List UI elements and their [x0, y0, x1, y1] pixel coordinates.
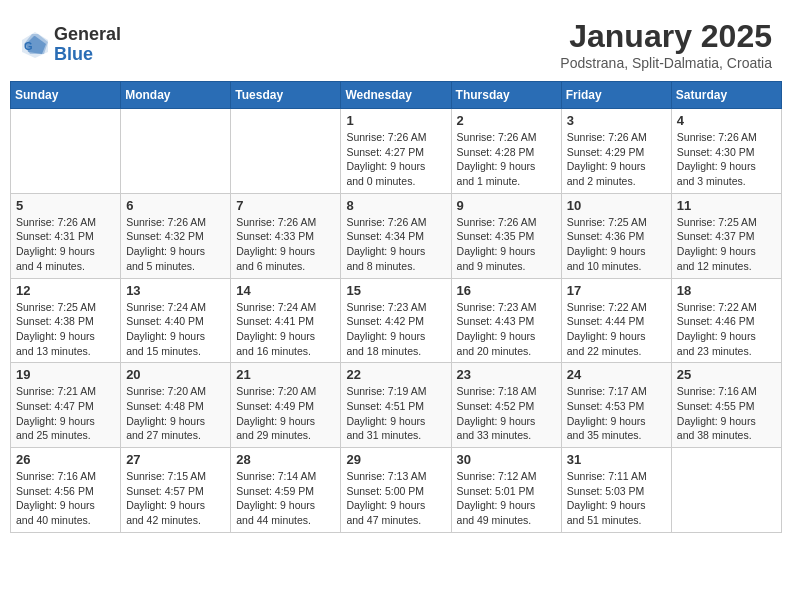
day-number: 11	[677, 198, 776, 213]
cell-daylight-text: Sunrise: 7:16 AMSunset: 4:56 PMDaylight:…	[16, 469, 115, 528]
col-saturday: Saturday	[671, 82, 781, 109]
cell-0-5: 3Sunrise: 7:26 AMSunset: 4:29 PMDaylight…	[561, 109, 671, 194]
cell-1-4: 9Sunrise: 7:26 AMSunset: 4:35 PMDaylight…	[451, 193, 561, 278]
cell-content-2-6: 18Sunrise: 7:22 AMSunset: 4:46 PMDayligh…	[677, 283, 776, 359]
cell-content-3-2: 21Sunrise: 7:20 AMSunset: 4:49 PMDayligh…	[236, 367, 335, 443]
cell-daylight-text: Sunrise: 7:22 AMSunset: 4:46 PMDaylight:…	[677, 300, 776, 359]
cell-4-1: 27Sunrise: 7:15 AMSunset: 4:57 PMDayligh…	[121, 448, 231, 533]
cell-content-0-3: 1Sunrise: 7:26 AMSunset: 4:27 PMDaylight…	[346, 113, 445, 189]
col-tuesday: Tuesday	[231, 82, 341, 109]
cell-content-3-4: 23Sunrise: 7:18 AMSunset: 4:52 PMDayligh…	[457, 367, 556, 443]
cell-0-1	[121, 109, 231, 194]
cell-daylight-text: Sunrise: 7:13 AMSunset: 5:00 PMDaylight:…	[346, 469, 445, 528]
cell-content-1-4: 9Sunrise: 7:26 AMSunset: 4:35 PMDaylight…	[457, 198, 556, 274]
cell-1-5: 10Sunrise: 7:25 AMSunset: 4:36 PMDayligh…	[561, 193, 671, 278]
cell-0-4: 2Sunrise: 7:26 AMSunset: 4:28 PMDaylight…	[451, 109, 561, 194]
cell-daylight-text: Sunrise: 7:24 AMSunset: 4:40 PMDaylight:…	[126, 300, 225, 359]
day-number: 16	[457, 283, 556, 298]
cell-2-6: 18Sunrise: 7:22 AMSunset: 4:46 PMDayligh…	[671, 278, 781, 363]
day-number: 6	[126, 198, 225, 213]
day-number: 10	[567, 198, 666, 213]
cell-content-3-3: 22Sunrise: 7:19 AMSunset: 4:51 PMDayligh…	[346, 367, 445, 443]
cell-daylight-text: Sunrise: 7:26 AMSunset: 4:35 PMDaylight:…	[457, 215, 556, 274]
logo-general: General	[54, 25, 121, 45]
cell-content-4-6	[677, 452, 776, 522]
cell-daylight-text: Sunrise: 7:26 AMSunset: 4:33 PMDaylight:…	[236, 215, 335, 274]
cell-4-4: 30Sunrise: 7:12 AMSunset: 5:01 PMDayligh…	[451, 448, 561, 533]
day-number: 18	[677, 283, 776, 298]
week-row-1: 5Sunrise: 7:26 AMSunset: 4:31 PMDaylight…	[11, 193, 782, 278]
cell-1-0: 5Sunrise: 7:26 AMSunset: 4:31 PMDaylight…	[11, 193, 121, 278]
day-number: 25	[677, 367, 776, 382]
cell-content-0-0	[16, 113, 115, 183]
cell-content-4-3: 29Sunrise: 7:13 AMSunset: 5:00 PMDayligh…	[346, 452, 445, 528]
col-monday: Monday	[121, 82, 231, 109]
cell-4-3: 29Sunrise: 7:13 AMSunset: 5:00 PMDayligh…	[341, 448, 451, 533]
week-row-4: 26Sunrise: 7:16 AMSunset: 4:56 PMDayligh…	[11, 448, 782, 533]
day-number: 21	[236, 367, 335, 382]
day-number: 19	[16, 367, 115, 382]
cell-daylight-text: Sunrise: 7:17 AMSunset: 4:53 PMDaylight:…	[567, 384, 666, 443]
cell-3-0: 19Sunrise: 7:21 AMSunset: 4:47 PMDayligh…	[11, 363, 121, 448]
cell-1-3: 8Sunrise: 7:26 AMSunset: 4:34 PMDaylight…	[341, 193, 451, 278]
calendar-header: Sunday Monday Tuesday Wednesday Thursday…	[11, 82, 782, 109]
logo-blue-text: Blue	[54, 45, 121, 65]
day-number: 3	[567, 113, 666, 128]
day-number: 29	[346, 452, 445, 467]
cell-3-3: 22Sunrise: 7:19 AMSunset: 4:51 PMDayligh…	[341, 363, 451, 448]
day-number: 20	[126, 367, 225, 382]
cell-2-1: 13Sunrise: 7:24 AMSunset: 4:40 PMDayligh…	[121, 278, 231, 363]
cell-daylight-text: Sunrise: 7:22 AMSunset: 4:44 PMDaylight:…	[567, 300, 666, 359]
cell-daylight-text: Sunrise: 7:16 AMSunset: 4:55 PMDaylight:…	[677, 384, 776, 443]
cell-content-2-4: 16Sunrise: 7:23 AMSunset: 4:43 PMDayligh…	[457, 283, 556, 359]
day-number: 26	[16, 452, 115, 467]
day-number: 17	[567, 283, 666, 298]
cell-content-2-1: 13Sunrise: 7:24 AMSunset: 4:40 PMDayligh…	[126, 283, 225, 359]
svg-text:G: G	[24, 40, 33, 52]
cell-daylight-text: Sunrise: 7:20 AMSunset: 4:48 PMDaylight:…	[126, 384, 225, 443]
day-number: 30	[457, 452, 556, 467]
day-number: 8	[346, 198, 445, 213]
cell-content-1-0: 5Sunrise: 7:26 AMSunset: 4:31 PMDaylight…	[16, 198, 115, 274]
cell-content-1-6: 11Sunrise: 7:25 AMSunset: 4:37 PMDayligh…	[677, 198, 776, 274]
cell-4-5: 31Sunrise: 7:11 AMSunset: 5:03 PMDayligh…	[561, 448, 671, 533]
logo-text: General Blue	[54, 25, 121, 65]
cell-daylight-text: Sunrise: 7:14 AMSunset: 4:59 PMDaylight:…	[236, 469, 335, 528]
cell-3-2: 21Sunrise: 7:20 AMSunset: 4:49 PMDayligh…	[231, 363, 341, 448]
cell-1-1: 6Sunrise: 7:26 AMSunset: 4:32 PMDaylight…	[121, 193, 231, 278]
title-block: January 2025 Podstrana, Split-Dalmatia, …	[560, 18, 772, 71]
cell-content-3-6: 25Sunrise: 7:16 AMSunset: 4:55 PMDayligh…	[677, 367, 776, 443]
day-number: 9	[457, 198, 556, 213]
cell-1-2: 7Sunrise: 7:26 AMSunset: 4:33 PMDaylight…	[231, 193, 341, 278]
cell-daylight-text: Sunrise: 7:26 AMSunset: 4:30 PMDaylight:…	[677, 130, 776, 189]
day-number: 5	[16, 198, 115, 213]
header-row: Sunday Monday Tuesday Wednesday Thursday…	[11, 82, 782, 109]
cell-content-4-2: 28Sunrise: 7:14 AMSunset: 4:59 PMDayligh…	[236, 452, 335, 528]
day-number: 13	[126, 283, 225, 298]
col-sunday: Sunday	[11, 82, 121, 109]
week-row-3: 19Sunrise: 7:21 AMSunset: 4:47 PMDayligh…	[11, 363, 782, 448]
logo-icon: G	[20, 30, 50, 60]
day-number: 4	[677, 113, 776, 128]
week-row-2: 12Sunrise: 7:25 AMSunset: 4:38 PMDayligh…	[11, 278, 782, 363]
cell-content-3-5: 24Sunrise: 7:17 AMSunset: 4:53 PMDayligh…	[567, 367, 666, 443]
cell-content-0-5: 3Sunrise: 7:26 AMSunset: 4:29 PMDaylight…	[567, 113, 666, 189]
cell-daylight-text: Sunrise: 7:26 AMSunset: 4:32 PMDaylight:…	[126, 215, 225, 274]
day-number: 12	[16, 283, 115, 298]
cell-content-3-1: 20Sunrise: 7:20 AMSunset: 4:48 PMDayligh…	[126, 367, 225, 443]
cell-content-4-1: 27Sunrise: 7:15 AMSunset: 4:57 PMDayligh…	[126, 452, 225, 528]
cell-3-5: 24Sunrise: 7:17 AMSunset: 4:53 PMDayligh…	[561, 363, 671, 448]
cell-0-2	[231, 109, 341, 194]
day-number: 27	[126, 452, 225, 467]
day-number: 15	[346, 283, 445, 298]
cell-2-2: 14Sunrise: 7:24 AMSunset: 4:41 PMDayligh…	[231, 278, 341, 363]
cell-3-4: 23Sunrise: 7:18 AMSunset: 4:52 PMDayligh…	[451, 363, 561, 448]
week-row-0: 1Sunrise: 7:26 AMSunset: 4:27 PMDaylight…	[11, 109, 782, 194]
day-number: 28	[236, 452, 335, 467]
col-friday: Friday	[561, 82, 671, 109]
cell-daylight-text: Sunrise: 7:26 AMSunset: 4:28 PMDaylight:…	[457, 130, 556, 189]
cell-daylight-text: Sunrise: 7:19 AMSunset: 4:51 PMDaylight:…	[346, 384, 445, 443]
day-number: 1	[346, 113, 445, 128]
cell-2-0: 12Sunrise: 7:25 AMSunset: 4:38 PMDayligh…	[11, 278, 121, 363]
cell-daylight-text: Sunrise: 7:18 AMSunset: 4:52 PMDaylight:…	[457, 384, 556, 443]
